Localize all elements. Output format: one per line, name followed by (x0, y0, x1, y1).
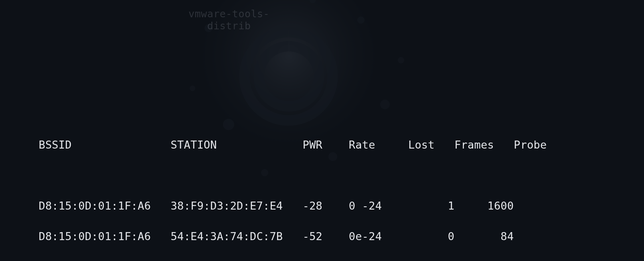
svg-point-4 (380, 100, 390, 109)
svg-point-5 (190, 86, 195, 91)
svg-point-10 (398, 57, 404, 63)
station-table-row: D8:15:0D:01:1F:A6 3C:2E:F9:1E:86:2E -54 … (32, 259, 644, 261)
station-table-header: BSSID STATION PWR Rate Lost Frames Probe (32, 137, 644, 153)
station-table-row: D8:15:0D:01:1F:A6 54:E4:3A:74:DC:7B -52 … (32, 229, 644, 244)
blank-line (32, 168, 644, 183)
terminal-content: BSSID STATION PWR Rate Lost Frames Probe… (32, 122, 644, 261)
svg-point-1 (205, 24, 213, 32)
svg-point-8 (310, 0, 316, 3)
terminal-window[interactable]: vmware-tools- distrib BSSID STATION PWR … (0, 0, 644, 261)
desktop-folder-watermark: vmware-tools- distrib (188, 8, 269, 32)
station-table-row: D8:15:0D:01:1F:A6 38:F9:D3:2D:E7:E4 -28 … (32, 198, 644, 214)
svg-point-3 (357, 16, 365, 24)
